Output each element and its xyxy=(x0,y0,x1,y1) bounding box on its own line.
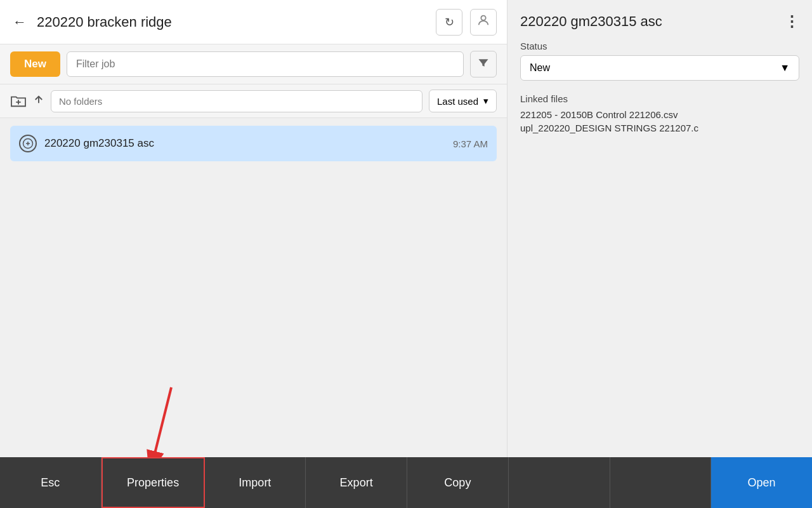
linked-file-item-1: 221205 - 20150B Control 221206.csv xyxy=(520,108,799,121)
right-title: 220220 gm230315 asc xyxy=(520,13,662,30)
back-button[interactable]: ← xyxy=(10,11,29,33)
left-header: ← 220220 bracken ridge ↻ xyxy=(0,0,507,44)
export-button[interactable]: Export xyxy=(306,457,407,508)
esc-button[interactable]: Esc xyxy=(0,457,102,508)
status-value: New xyxy=(530,62,550,74)
sort-dropdown[interactable]: Last used ▾ xyxy=(429,90,497,112)
job-name: 220220 gm230315 asc xyxy=(44,137,445,150)
filter-icon xyxy=(477,57,490,72)
chevron-down-icon: ▾ xyxy=(483,95,488,107)
properties-button[interactable]: Properties xyxy=(102,457,205,508)
status-section: Status New ▼ xyxy=(520,41,799,81)
refresh-icon: ↻ xyxy=(445,15,454,29)
add-folder-button[interactable] xyxy=(10,94,27,108)
empty-btn-1 xyxy=(509,457,610,508)
linked-file-item-2: upl_220220_DESIGN STRINGS 221207.c xyxy=(520,121,799,135)
job-time: 9:37 AM xyxy=(453,138,488,149)
job-list: 220220 gm230315 asc 9:37 AM xyxy=(0,118,507,457)
status-label: Status xyxy=(520,41,799,51)
bottom-bar: Esc Properties Import Export Copy Open xyxy=(0,457,812,508)
svg-point-0 xyxy=(481,16,485,20)
right-panel: 220220 gm230315 asc ⋮ Status New ▼ Linke… xyxy=(508,0,812,457)
filter-input[interactable] xyxy=(67,51,464,77)
linked-files-section: Linked files 221205 - 20150B Control 221… xyxy=(520,93,799,135)
open-button[interactable]: Open xyxy=(711,457,812,508)
import-button[interactable]: Import xyxy=(205,457,306,508)
up-arrow-button[interactable] xyxy=(33,94,44,109)
empty-btn-2 xyxy=(610,457,712,508)
job-icon xyxy=(19,135,37,152)
left-panel: ← 220220 bracken ridge ↻ New xyxy=(0,0,508,457)
right-header: 220220 gm230315 asc ⋮ xyxy=(520,13,799,30)
job-item[interactable]: 220220 gm230315 asc 9:37 AM xyxy=(10,126,497,161)
sort-label: Last used xyxy=(437,96,478,107)
more-options-button[interactable]: ⋮ xyxy=(784,13,799,30)
status-select[interactable]: New ▼ xyxy=(520,55,799,81)
new-button[interactable]: New xyxy=(10,51,60,77)
copy-button[interactable]: Copy xyxy=(407,457,509,508)
filter-button[interactable] xyxy=(470,51,497,77)
linked-files-label: Linked files xyxy=(520,93,799,104)
folder-row: Last used ▾ xyxy=(0,84,507,118)
project-title: 220220 bracken ridge xyxy=(37,14,428,30)
refresh-button[interactable]: ↻ xyxy=(436,9,462,36)
folder-input[interactable] xyxy=(51,90,422,112)
user-button[interactable] xyxy=(470,9,497,36)
user-icon xyxy=(476,13,490,30)
toolbar-row: New xyxy=(0,44,507,84)
status-chevron-icon: ▼ xyxy=(780,62,790,74)
